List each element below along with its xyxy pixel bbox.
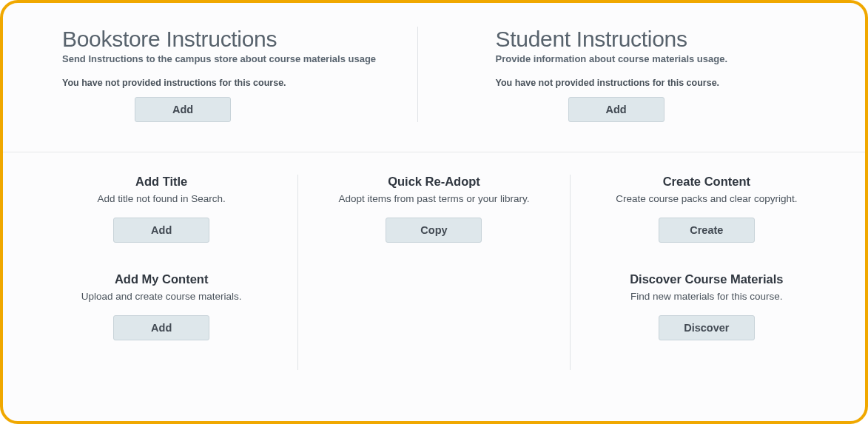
discover-desc: Find new materials for this course. xyxy=(593,291,821,302)
add-title-button[interactable]: Add xyxy=(113,218,209,243)
quick-readopt-desc: Adopt items from past terms or your libr… xyxy=(320,193,547,204)
main-frame: Bookstore Instructions Send Instructions… xyxy=(0,0,868,424)
bookstore-subtitle: Send Instructions to the campus store ab… xyxy=(62,53,388,64)
create-content-button[interactable]: Create xyxy=(659,218,755,243)
quick-readopt-card: Quick Re-Adopt Adopt items from past ter… xyxy=(320,175,547,243)
add-my-content-button[interactable]: Add xyxy=(113,315,209,340)
bookstore-add-button[interactable]: Add xyxy=(135,97,231,122)
add-my-content-heading: Add My Content xyxy=(47,272,275,286)
quick-readopt-heading: Quick Re-Adopt xyxy=(320,175,547,189)
discover-button[interactable]: Discover xyxy=(659,315,755,340)
student-add-button[interactable]: Add xyxy=(568,97,665,122)
create-content-desc: Create course packs and clear copyright. xyxy=(593,193,821,204)
actions-col-3: Create Content Create course packs and c… xyxy=(571,175,843,370)
discover-heading: Discover Course Materials xyxy=(593,272,821,286)
create-content-heading: Create Content xyxy=(593,175,821,189)
add-my-content-desc: Upload and create course materials. xyxy=(47,291,275,302)
actions-col-2: Quick Re-Adopt Adopt items from past ter… xyxy=(297,175,570,370)
student-status: You have not provided instructions for t… xyxy=(496,78,821,88)
add-my-content-card: Add My Content Upload and create course … xyxy=(47,272,275,340)
discover-card: Discover Course Materials Find new mater… xyxy=(593,272,821,340)
instructions-section: Bookstore Instructions Send Instructions… xyxy=(3,3,865,152)
add-title-heading: Add Title xyxy=(47,175,275,189)
student-instructions-panel: Student Instructions Provide information… xyxy=(418,27,866,122)
bookstore-instructions-panel: Bookstore Instructions Send Instructions… xyxy=(3,27,418,122)
actions-grid: Add Title Add title not found in Search.… xyxy=(3,152,865,370)
actions-col-1: Add Title Add title not found in Search.… xyxy=(25,175,297,370)
add-title-card: Add Title Add title not found in Search.… xyxy=(47,175,275,243)
student-title: Student Instructions xyxy=(496,27,821,52)
add-title-desc: Add title not found in Search. xyxy=(47,193,275,204)
quick-readopt-button[interactable]: Copy xyxy=(386,218,482,243)
bookstore-status: You have not provided instructions for t… xyxy=(62,78,388,88)
bookstore-title: Bookstore Instructions xyxy=(62,27,388,52)
student-subtitle: Provide information about course materia… xyxy=(496,53,821,64)
create-content-card: Create Content Create course packs and c… xyxy=(593,175,821,243)
